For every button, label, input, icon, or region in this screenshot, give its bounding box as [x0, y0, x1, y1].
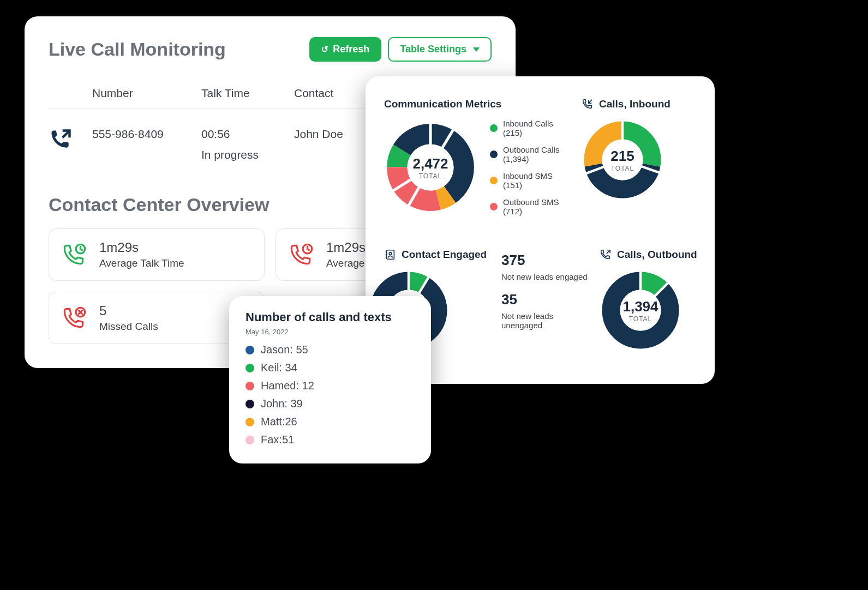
communication-donut-chart: 2,472 TOTAL: [384, 121, 477, 214]
inbound-total-value: 215: [610, 148, 634, 165]
unengaged-count: 35: [501, 291, 589, 308]
refresh-button[interactable]: ↻ Refresh: [309, 37, 381, 62]
table-settings-button[interactable]: Table Settings: [388, 37, 492, 62]
cell-status: In progress: [201, 148, 294, 161]
cell-number: 555-986-8409: [92, 128, 201, 141]
refresh-icon: ↻: [321, 44, 328, 55]
cell-talk-time: 00:56: [201, 128, 230, 140]
page-title: Live Call Monitoring: [49, 39, 226, 60]
svg-point-20: [389, 252, 392, 255]
phone-clock-icon: [288, 241, 315, 268]
popup-title: Number of calls and texts: [246, 310, 415, 324]
calls-inbound-donut-chart: 215 TOTAL: [582, 119, 663, 201]
calls-inbound-section: Calls, Inbound 215 TOTAL: [582, 98, 696, 216]
communication-legend: Inbound Calls (215) Outbound Calls (1,39…: [490, 119, 565, 216]
unengaged-label: Not new leads unengaged: [501, 311, 589, 330]
popup-item-matt: Matt:26: [246, 416, 415, 428]
stat-value: 5: [99, 303, 158, 318]
table-settings-label: Table Settings: [400, 44, 466, 55]
popup-date: May 16, 2022: [246, 328, 415, 336]
popup-item-jason: Jason: 55: [246, 344, 415, 356]
inbound-total-label: TOTAL: [611, 165, 634, 172]
phone-clock-icon: [61, 241, 88, 268]
calls-outbound-title: Calls, Outbound: [617, 249, 697, 261]
calls-outbound-section: Calls, Outbound 1,394 TOTAL: [600, 249, 714, 351]
comm-total-label: TOTAL: [419, 172, 442, 180]
popup-item-keil: Keil: 34: [246, 362, 415, 374]
contact-book-icon: [384, 249, 396, 261]
stat-avg-talk-time-1: 1m29s Average Talk Time: [49, 228, 265, 281]
popup-item-hamed: Hamed: 12: [246, 380, 415, 392]
legend-inbound-sms: Inbound SMS (151): [490, 171, 565, 190]
phone-missed-icon: [61, 304, 88, 332]
calls-outbound-donut-chart: 1,394 TOTAL: [600, 269, 681, 351]
stat-value: 1m29s: [99, 240, 184, 255]
popup-item-john: John: 39: [246, 398, 415, 410]
chevron-down-icon: [473, 47, 480, 52]
outbound-total-label: TOTAL: [629, 315, 653, 323]
contact-engaged-title: Contact Engaged: [402, 249, 487, 261]
engaged-label: Not new leads engaged: [501, 272, 589, 281]
col-blank: [49, 87, 92, 100]
col-number: Number: [92, 87, 201, 100]
engage-numbers: 375 Not new leads engaged 35 Not new lea…: [501, 249, 589, 351]
calls-inbound-title: Calls, Inbound: [599, 98, 671, 110]
calls-texts-popup: Number of calls and texts May 16, 2022 J…: [229, 296, 431, 463]
comm-total-value: 2,472: [412, 155, 448, 172]
engaged-count: 375: [501, 252, 589, 269]
legend-outbound-sms: Outbound SMS (712): [490, 197, 565, 216]
popup-item-fax: Fax:51: [246, 434, 415, 446]
stat-label: Average Talk Time: [99, 257, 184, 269]
communication-metrics-title: Communication Metrics: [384, 98, 565, 110]
legend-inbound-calls: Inbound Calls (215): [490, 119, 565, 137]
communication-metrics-section: Communication Metrics: [384, 98, 565, 216]
refresh-label: Refresh: [333, 44, 369, 55]
legend-outbound-calls: Outbound Calls (1,394): [490, 145, 565, 164]
outbound-total-value: 1,394: [622, 298, 658, 315]
stat-label: Missed Calls: [99, 321, 158, 333]
outbound-call-icon: [49, 128, 92, 152]
call-inbound-icon: [582, 98, 594, 110]
call-outbound-icon: [600, 249, 612, 261]
col-talk-time: Talk Time: [201, 87, 294, 100]
